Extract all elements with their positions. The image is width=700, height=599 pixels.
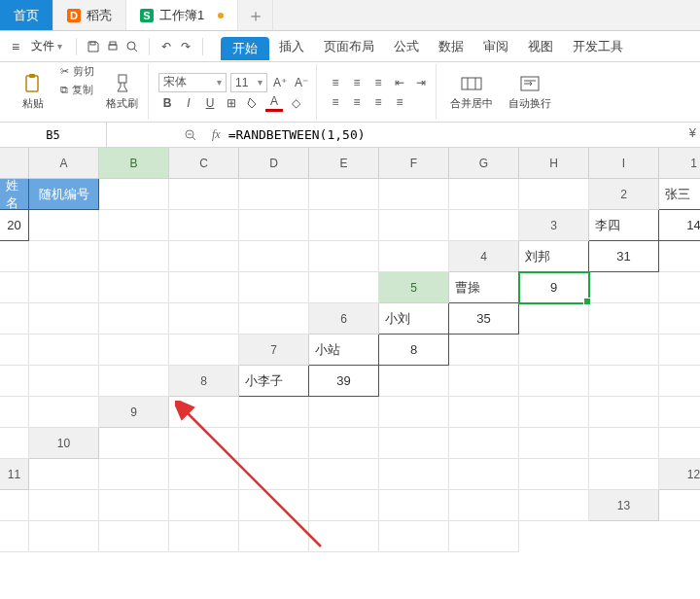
cell-C5[interactable] (589, 272, 659, 303)
cell-E2[interactable] (169, 210, 239, 241)
cell-B4[interactable]: 31 (589, 241, 659, 272)
cell-I13[interactable] (449, 521, 519, 552)
cell-B8[interactable]: 39 (309, 366, 379, 397)
hamburger-icon[interactable]: ≡ (8, 39, 23, 54)
cell-C7[interactable] (449, 335, 519, 366)
cell-A11[interactable] (29, 459, 99, 490)
font-size-select[interactable]: 11▾ (230, 73, 267, 92)
cell-F4[interactable] (99, 272, 169, 303)
align-justify-icon[interactable]: ≡ (391, 93, 408, 111)
increase-font-icon[interactable]: A⁺ (271, 74, 289, 91)
cell-D6[interactable] (589, 303, 659, 335)
cell-I10[interactable] (659, 428, 700, 459)
row-header-13[interactable]: 13 (589, 490, 659, 521)
cell-B1[interactable]: 随机编号 (29, 179, 99, 210)
col-header-I[interactable]: I (589, 148, 659, 179)
cell-H7[interactable] (29, 366, 99, 397)
row-header-2[interactable]: 2 (589, 179, 659, 210)
cell-H13[interactable] (379, 521, 449, 552)
row-header-4[interactable]: 4 (449, 241, 519, 272)
tab-home[interactable]: 首页 (0, 0, 53, 30)
align-right-icon[interactable]: ≡ (369, 93, 387, 111)
undo-icon[interactable]: ↶ (158, 38, 175, 55)
currency-icon[interactable]: ¥ (689, 125, 696, 140)
formula-input[interactable] (227, 123, 700, 147)
cell-H9[interactable] (659, 397, 700, 428)
copy-button[interactable]: ⧉复制 (60, 83, 94, 97)
paste-button[interactable]: 粘贴 (14, 64, 52, 120)
cell-D11[interactable] (239, 459, 309, 490)
cell-H5[interactable] (169, 303, 239, 335)
cell-D8[interactable] (449, 366, 519, 397)
ribbon-tab-layout[interactable]: 页面布局 (314, 31, 384, 62)
cell-I5[interactable] (239, 303, 309, 335)
cell-A1[interactable]: 姓名 (0, 179, 29, 210)
cell-G8[interactable] (659, 366, 700, 397)
cell-I2[interactable] (449, 210, 519, 241)
cell-F5[interactable] (29, 303, 99, 335)
cell-G7[interactable] (0, 366, 29, 397)
row-header-11[interactable]: 11 (0, 459, 29, 490)
row-header-10[interactable]: 10 (29, 428, 99, 459)
cell-E12[interactable] (239, 490, 309, 521)
cell-I4[interactable] (309, 272, 379, 303)
cell-B5[interactable]: 9 (519, 272, 589, 303)
cell-G13[interactable] (309, 521, 379, 552)
cell-G4[interactable] (169, 272, 239, 303)
cell-A5[interactable]: 曹操 (449, 272, 519, 303)
cell-I9[interactable] (0, 428, 29, 459)
cell-F11[interactable] (379, 459, 449, 490)
cell-C12[interactable] (99, 490, 169, 521)
row-header-12[interactable]: 12 (659, 459, 700, 490)
cell-E4[interactable] (29, 272, 99, 303)
cell-F2[interactable] (239, 210, 309, 241)
align-top-icon[interactable]: ≡ (327, 74, 344, 91)
font-name-select[interactable]: 宋体▾ (158, 73, 227, 92)
cell-A12[interactable] (0, 490, 29, 521)
cell-F3[interactable] (169, 241, 239, 272)
col-header-D[interactable]: D (239, 148, 309, 179)
cell-B9[interactable] (239, 397, 309, 428)
cell-H4[interactable] (239, 272, 309, 303)
cell-A10[interactable] (99, 428, 169, 459)
fill-color-button[interactable] (244, 94, 262, 112)
cell-H11[interactable] (519, 459, 589, 490)
name-box[interactable] (0, 123, 107, 148)
cell-D5[interactable] (659, 272, 700, 303)
indent-decrease-icon[interactable]: ⇤ (391, 74, 408, 91)
cell-E10[interactable] (379, 428, 449, 459)
cell-H12[interactable] (449, 490, 519, 521)
cell-G11[interactable] (449, 459, 519, 490)
cell-I8[interactable] (29, 397, 99, 428)
wrap-button[interactable]: 自动换行 (505, 64, 555, 120)
cell-D3[interactable] (29, 241, 99, 272)
tab-workbook[interactable]: S工作簿1 (126, 0, 238, 30)
cell-C11[interactable] (169, 459, 239, 490)
cell-H6[interactable] (99, 335, 169, 366)
merge-button[interactable]: 合并居中 (446, 64, 497, 120)
cell-B12[interactable] (29, 490, 99, 521)
cell-E3[interactable] (99, 241, 169, 272)
cell-C9[interactable] (309, 397, 379, 428)
row-header-5[interactable]: 5 (379, 272, 449, 303)
cell-C2[interactable] (29, 210, 99, 241)
cell-D9[interactable] (379, 397, 449, 428)
cell-I11[interactable] (589, 459, 659, 490)
cell-G2[interactable] (309, 210, 379, 241)
cell-G9[interactable] (589, 397, 659, 428)
cell-C10[interactable] (239, 428, 309, 459)
cell-B10[interactable] (169, 428, 239, 459)
preview-icon[interactable] (123, 38, 141, 55)
col-header-B[interactable]: B (99, 148, 169, 179)
cell-D13[interactable] (99, 521, 169, 552)
col-header-G[interactable]: G (449, 148, 519, 179)
zoom-out-icon[interactable] (175, 128, 206, 142)
select-all-corner[interactable] (0, 148, 29, 179)
row-header-3[interactable]: 3 (519, 210, 589, 241)
cell-H1[interactable] (449, 179, 519, 210)
file-menu[interactable]: 文件▾ (25, 38, 68, 54)
cell-E6[interactable] (659, 303, 700, 335)
redo-icon[interactable]: ↷ (177, 38, 194, 55)
italic-button[interactable]: I (180, 94, 197, 112)
ribbon-tab-data[interactable]: 数据 (429, 31, 473, 62)
